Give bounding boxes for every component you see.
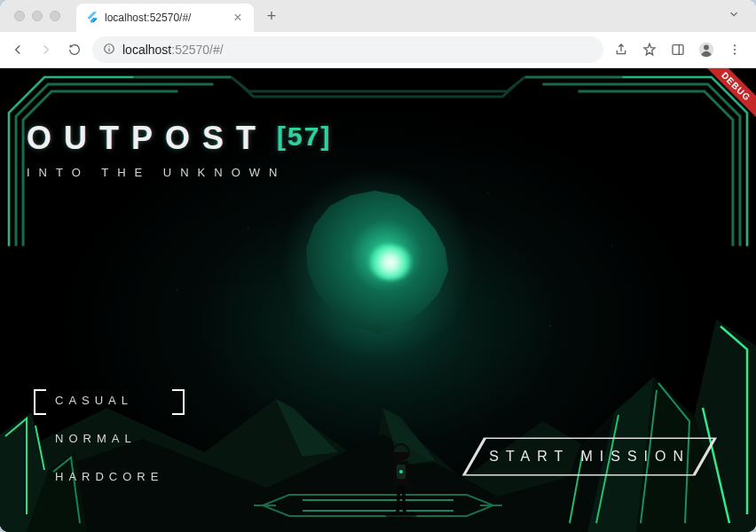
svg-point-8 [385,512,417,519]
share-icon[interactable] [612,41,630,59]
player-character [382,426,421,519]
side-panel-icon[interactable] [669,41,687,59]
window-close-button[interactable] [14,11,25,21]
difficulty-normal[interactable]: NORMAL [43,427,176,450]
profile-icon[interactable] [697,41,715,59]
flutter-favicon-icon [85,11,99,25]
tabs-overflow-icon[interactable] [719,8,749,24]
browser-window: localhost:52570/#/ × + [0,0,756,532]
forward-button[interactable] [37,41,55,59]
browser-tab[interactable]: localhost:52570/#/ × [76,4,254,32]
window-minimize-button[interactable] [32,11,43,21]
address-bar: localhost:52570/#/ [0,32,756,67]
game-subtitle: INTO THE UNKNOWN [27,166,331,179]
game-title: OUTPOST[57] [27,120,331,157]
browser-chrome: localhost:52570/#/ × + [0,0,756,68]
svg-point-7 [734,53,736,55]
svg-point-4 [704,45,709,51]
window-maximize-button[interactable] [50,11,60,21]
url-host: localhost [122,43,171,57]
window-controls [7,11,67,21]
difficulty-selector: CASUAL NORMAL HARDCORE [43,389,176,488]
svg-point-6 [734,49,736,51]
reload-button[interactable] [66,41,83,59]
difficulty-casual[interactable]: CASUAL [43,389,176,411]
title-block: OUTPOST[57] INTO THE UNKNOWN [27,120,331,179]
toolbar-right [612,41,747,59]
ground-platform [254,488,502,523]
game-title-number: [57] [277,121,331,151]
site-info-icon[interactable] [103,43,115,58]
difficulty-hardcore[interactable]: HARDCORE [43,466,176,488]
new-tab-button[interactable]: + [259,4,284,28]
game-viewport: OUTPOST[57] INTO THE UNKNOWN CASUAL NORM… [0,68,756,532]
asteroid-portal [298,188,458,339]
tab-bar: localhost:52570/#/ × + [0,0,756,32]
svg-point-11 [399,470,403,473]
bookmark-icon[interactable] [641,41,658,59]
game-title-text: OUTPOST [27,120,268,156]
url-text: localhost:52570/#/ [122,43,224,57]
svg-point-5 [734,44,736,46]
start-mission-label: START MISSION [489,449,690,464]
nav-icons [9,41,83,59]
url-field[interactable]: localhost:52570/#/ [92,36,603,63]
crystals-right [552,310,756,532]
url-path: :52570/#/ [171,43,223,57]
svg-rect-2 [673,45,683,55]
svg-point-1 [108,46,109,47]
menu-icon[interactable] [726,41,744,59]
back-button[interactable] [9,41,27,59]
start-mission-button[interactable]: START MISSION [459,436,721,477]
tab-title: localhost:52570/#/ [105,12,231,24]
tab-close-icon[interactable]: × [231,10,245,26]
